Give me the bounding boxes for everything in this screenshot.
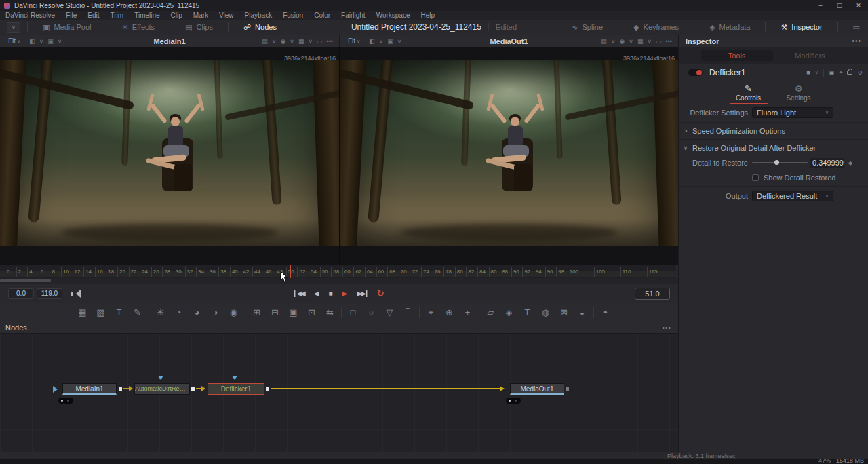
node-mediain1[interactable]: MediaIn1 (62, 383, 117, 395)
node-output-connector[interactable] (119, 387, 122, 391)
menu-item[interactable]: View (214, 11, 239, 20)
subtab-controls[interactable]: ✎ Controls (730, 83, 768, 104)
node-output-connector[interactable] (266, 387, 269, 391)
go-to-first-frame-button[interactable]: ◀◀ (294, 290, 304, 297)
menu-item[interactable]: Fusion (277, 11, 309, 20)
zoom-level-dropdown[interactable]: Fit ∨ (348, 37, 360, 45)
chevron-down-icon[interactable]: ∨ (397, 38, 403, 45)
timeline-scrollbar[interactable] (0, 278, 678, 284)
roi-icon[interactable]: ▣ (47, 38, 54, 45)
range-end-field[interactable]: 119.0 (37, 288, 62, 299)
thumbnail-icon[interactable]: ■ (806, 69, 810, 76)
speed-optimization-section[interactable]: > Speed Optimization Options (679, 124, 868, 138)
play-button[interactable]: ▶ (342, 290, 348, 297)
left-viewer-canvas[interactable]: 3936x2144xfloat16 (0, 47, 339, 265)
play-reverse-button[interactable]: ◀ (314, 290, 319, 297)
chevron-down-icon[interactable]: ∨ (289, 38, 295, 45)
text-tool-icon[interactable]: T (110, 307, 128, 317)
versions-icon[interactable]: ▣ (829, 69, 835, 76)
detail-to-restore-value[interactable]: 0.349999 (810, 158, 844, 168)
effects-button[interactable]: ✳ Effects (113, 23, 163, 32)
spotlight-tool-icon[interactable]: ◓ (596, 307, 614, 317)
bspline-mask-tool-icon[interactable]: ⌒ (399, 307, 417, 319)
node-enable-toggle[interactable] (688, 69, 703, 76)
zoom-level-dropdown[interactable]: Fit ∨ (8, 37, 20, 45)
fastnoise-tool-icon[interactable]: ▨ (92, 307, 110, 317)
maximize-button[interactable]: ▢ (830, 0, 849, 11)
menu-item[interactable]: Fairlight (336, 11, 371, 20)
menu-item[interactable]: Clip (165, 11, 188, 20)
clean-feed-button[interactable]: ▭ (845, 23, 868, 32)
blur-tool-icon[interactable]: ◉ (224, 307, 243, 317)
keyframes-button[interactable]: ◆ Keyframes (625, 23, 687, 32)
timeline-ruler[interactable]: 0246810121416182022242628303234363840424… (0, 265, 676, 278)
node-output-connector[interactable] (566, 387, 569, 391)
loop-button[interactable]: ↻ (377, 288, 384, 298)
channel-view-icon[interactable]: ▤ (261, 38, 269, 45)
merge-3d-tool-icon[interactable]: ◍ (536, 307, 555, 317)
clips-button[interactable]: ▤ Clips (177, 23, 221, 32)
reset-icon[interactable]: ↺ (857, 69, 863, 76)
menu-item[interactable]: Timeline (129, 11, 165, 20)
subtab-settings[interactable]: ⚙ Settings (780, 83, 818, 103)
stop-button[interactable]: ■ (329, 290, 333, 297)
planar-transform-tool-icon[interactable]: + (458, 307, 477, 317)
chevron-down-icon[interactable]: ∨ (610, 38, 616, 45)
grid-icon[interactable]: ▦ (298, 38, 305, 45)
close-button[interactable]: ✕ (849, 0, 868, 11)
brightness-contrast-tool-icon[interactable]: ◑ (206, 307, 224, 317)
chevron-down-icon[interactable]: ∨ (271, 38, 277, 45)
right-viewer-canvas[interactable]: 3936x2144xfloat16 (339, 47, 678, 265)
renderer-3d-tool-icon[interactable]: ◒ (573, 307, 591, 317)
go-to-last-frame-button[interactable]: ▶▶ (357, 290, 367, 297)
more-options-icon[interactable]: ••• (852, 37, 861, 45)
more-options-icon[interactable]: ••• (665, 38, 673, 45)
restore-detail-section[interactable]: ∨ Restore Original Detail After Deflicke… (679, 141, 868, 155)
chevron-down-icon[interactable]: ∨ (378, 38, 384, 45)
playhead[interactable] (290, 265, 291, 278)
detail-to-restore-slider[interactable] (752, 162, 808, 163)
shape-3d-tool-icon[interactable]: ◈ (500, 307, 518, 317)
delta-keyer-tool-icon[interactable]: ⊡ (302, 307, 321, 317)
menu-item[interactable]: Help (415, 11, 440, 20)
minimize-button[interactable]: – (811, 0, 830, 11)
menu-item[interactable]: Edit (82, 11, 104, 20)
current-frame-field[interactable]: 51.0 (635, 288, 670, 300)
chevron-down-icon[interactable]: ∨ (628, 38, 634, 45)
scrollbar-thumb[interactable] (0, 279, 51, 282)
grid-icon[interactable]: ▦ (637, 38, 644, 45)
chevron-down-icon[interactable]: ∨ (307, 38, 313, 45)
frame-icon[interactable]: ▭ (655, 38, 663, 45)
matte-control-tool-icon[interactable]: ⊟ (266, 307, 284, 317)
chevron-down-icon[interactable]: ∨ (646, 38, 652, 45)
lut-icon[interactable]: ◉ (279, 38, 286, 45)
image-plane-3d-tool-icon[interactable]: ▱ (481, 307, 500, 317)
menu-item[interactable]: Playback (239, 11, 278, 20)
frame-icon[interactable]: ▭ (316, 38, 323, 45)
lut-icon[interactable]: ◉ (618, 38, 625, 45)
color-corrector-tool-icon[interactable]: ☀ (151, 307, 170, 317)
node-deflicker1[interactable]: Deflicker1 (208, 383, 264, 395)
polygon-mask-tool-icon[interactable]: ▽ (380, 307, 399, 317)
slider-handle[interactable] (774, 160, 779, 165)
keyframe-icon[interactable]: ◆ (848, 160, 852, 166)
menu-item[interactable]: Mark (188, 11, 214, 20)
menu-item[interactable]: Trim (105, 11, 130, 20)
merge-tool-icon[interactable]: ⊞ (248, 307, 266, 317)
chevron-down-icon[interactable]: ∨ (7, 22, 20, 33)
roi-icon[interactable]: ▣ (387, 38, 394, 45)
spline-button[interactable]: ∿ Spline (564, 23, 611, 32)
menu-item[interactable]: DaVinci Resolve (0, 11, 60, 20)
menu-item[interactable]: Workspace (371, 11, 416, 20)
range-start-field[interactable]: 0.0 (8, 288, 34, 299)
background-tool-icon[interactable]: ▦ (73, 307, 92, 317)
metadata-button[interactable]: ◈ Metadata (701, 23, 758, 32)
planar-tracker-tool-icon[interactable]: ⊕ (440, 307, 458, 317)
chevron-down-icon[interactable]: ∨ (57, 38, 63, 45)
transform-tool-icon[interactable]: ⇆ (321, 307, 339, 317)
text-3d-tool-icon[interactable]: T (518, 307, 536, 317)
node-graph-canvas[interactable]: MediaIn1 AutomaticDirtRemov... Deflicker… (0, 334, 678, 452)
channel-view-icon[interactable]: ▤ (600, 38, 608, 45)
tab-tools[interactable]: Tools (701, 50, 773, 61)
hue-curves-tool-icon[interactable]: ◕ (188, 307, 206, 317)
